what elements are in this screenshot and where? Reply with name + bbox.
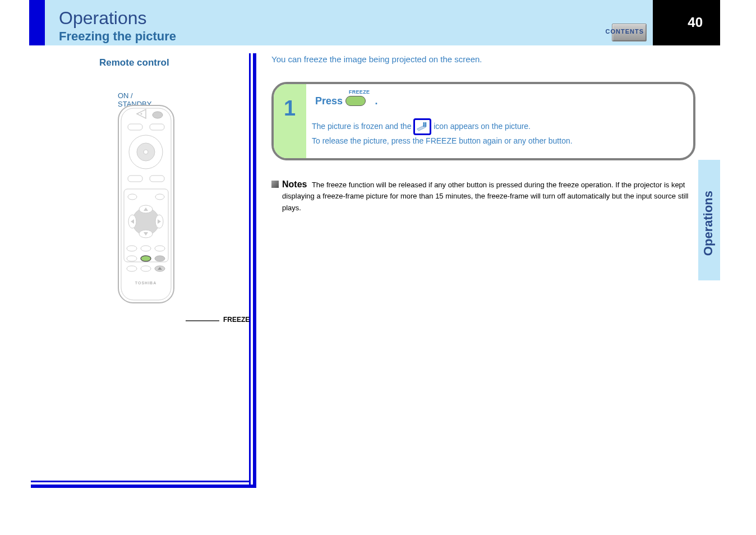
- svg-rect-36: [423, 122, 425, 127]
- step-box: 1 Press FREEZE . The picture is frozen a…: [271, 82, 695, 160]
- step-body-2: picture.: [505, 121, 531, 130]
- svg-point-24: [127, 246, 137, 251]
- svg-rect-10: [128, 176, 142, 182]
- intro-text: You can freeze the image being projected…: [271, 53, 695, 66]
- left-column: Remote control ON / STANDBY: [29, 53, 256, 488]
- step-title-prefix: Press: [315, 95, 343, 107]
- freeze-button-icon: [345, 96, 366, 106]
- svg-point-9: [144, 150, 148, 154]
- remote-illustration: TOSHIBA: [117, 104, 176, 306]
- svg-point-30: [127, 266, 137, 271]
- step-title-suffix: .: [375, 95, 377, 107]
- remote-label: Remote control: [99, 57, 169, 68]
- notes-section: Notes The freeze function will be releas…: [271, 179, 695, 214]
- svg-point-4: [153, 112, 163, 118]
- freeze-callout-label: FREEZE: [223, 316, 250, 324]
- step-body-1b: icon appears on the: [434, 121, 503, 130]
- divider-blue-right: [253, 53, 256, 488]
- divider-blue-bottom2: [31, 481, 251, 482]
- svg-point-14: [155, 194, 164, 200]
- side-tab-text: Operations: [701, 191, 716, 256]
- blue-accent-block: [29, 0, 45, 45]
- step-body-3: To release the picture, press the FREEZE…: [312, 136, 511, 145]
- note-bullet-icon: [271, 181, 279, 188]
- divider-blue-bottom: [31, 485, 256, 488]
- svg-rect-5: [128, 124, 142, 130]
- svg-text:TOSHIBA: TOSHIBA: [135, 281, 156, 285]
- svg-point-3: [141, 113, 142, 115]
- page-title: Operations: [59, 8, 147, 29]
- divider-blue-inner: [249, 53, 251, 488]
- svg-point-27: [127, 256, 137, 261]
- step-body-1a: The picture is frozen and the: [312, 121, 411, 130]
- svg-point-28: [141, 256, 151, 261]
- svg-point-31: [141, 266, 151, 271]
- step-green-sidebar: [274, 84, 306, 158]
- step-body: The picture is frozen and the icon appea…: [312, 118, 676, 147]
- svg-point-13: [128, 194, 137, 200]
- step-number: 1: [284, 96, 296, 121]
- contents-label: CONTENTS: [606, 28, 644, 35]
- callout-line: [186, 320, 219, 321]
- notes-body: The freeze function will be released if …: [282, 181, 689, 213]
- notes-label: Notes: [282, 179, 307, 189]
- svg-point-26: [155, 246, 165, 251]
- svg-rect-6: [150, 124, 164, 130]
- svg-point-29: [155, 256, 165, 261]
- freeze-screen-icon: [413, 118, 431, 135]
- svg-point-25: [141, 246, 151, 251]
- page-number-block: [653, 0, 720, 45]
- right-column: You can freeze the image being projected…: [271, 53, 695, 214]
- svg-rect-37: [425, 122, 426, 127]
- freeze-button-label: FREEZE: [349, 89, 369, 95]
- page-number: 40: [688, 15, 703, 30]
- step-body-4: any other button.: [514, 136, 573, 145]
- svg-rect-11: [150, 176, 164, 182]
- page-subtitle: Freezing the picture: [59, 29, 176, 44]
